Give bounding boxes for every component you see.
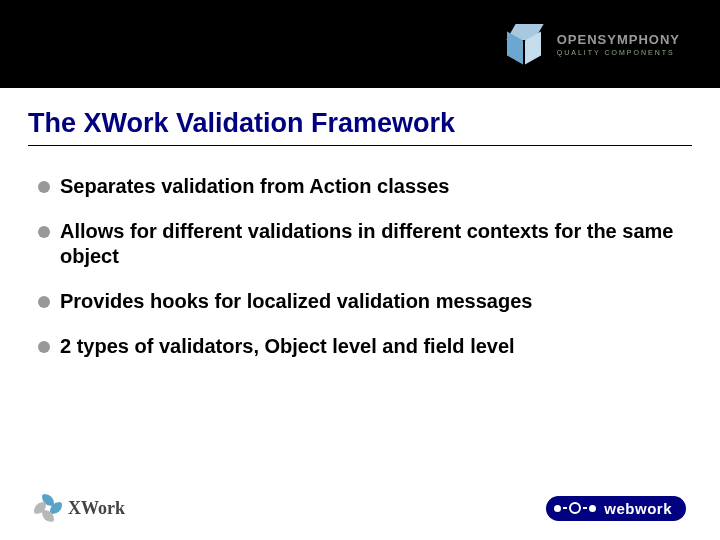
webwork-logo: webwork bbox=[546, 496, 686, 521]
top-banner: OPENSYMPHONY QUALITY COMPONENTS bbox=[0, 0, 720, 88]
bullet-icon bbox=[38, 181, 50, 193]
xwork-logo: XWork bbox=[34, 494, 125, 522]
cube-icon bbox=[503, 24, 547, 64]
opensymphony-text: OPENSYMPHONY bbox=[557, 33, 680, 46]
opensymphony-logo: OPENSYMPHONY QUALITY COMPONENTS bbox=[503, 24, 680, 64]
bullet-item: Provides hooks for localized validation … bbox=[38, 289, 682, 314]
bullet-text: Allows for different validations in diff… bbox=[60, 219, 682, 269]
bullet-item: Allows for different validations in diff… bbox=[38, 219, 682, 269]
bullet-icon bbox=[38, 226, 50, 238]
xwork-icon bbox=[34, 494, 62, 522]
opensymphony-subtext: QUALITY COMPONENTS bbox=[557, 49, 680, 56]
bullet-text: Separates validation from Action classes bbox=[60, 174, 449, 199]
bullet-text: 2 types of validators, Object level and … bbox=[60, 334, 515, 359]
webwork-icon bbox=[554, 502, 596, 514]
footer-logos: XWork webwork bbox=[0, 494, 720, 522]
xwork-text: XWork bbox=[68, 498, 125, 519]
bullet-icon bbox=[38, 296, 50, 308]
bullet-icon bbox=[38, 341, 50, 353]
slide-title: The XWork Validation Framework bbox=[28, 108, 692, 146]
bullet-item: 2 types of validators, Object level and … bbox=[38, 334, 682, 359]
bullet-text: Provides hooks for localized validation … bbox=[60, 289, 532, 314]
content-area: Separates validation from Action classes… bbox=[38, 174, 682, 359]
bullet-item: Separates validation from Action classes bbox=[38, 174, 682, 199]
webwork-text: webwork bbox=[604, 500, 672, 517]
